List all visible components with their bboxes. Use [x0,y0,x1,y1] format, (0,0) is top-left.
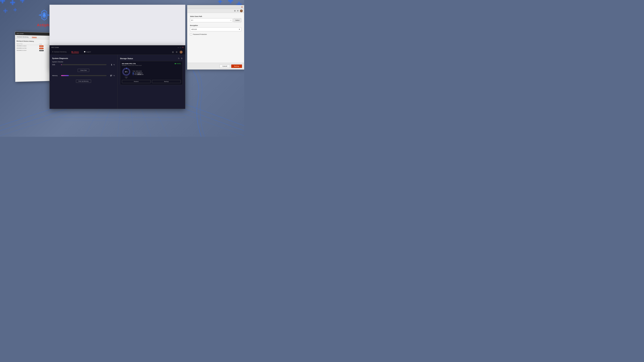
msi-main-body: System Diagnosis System Checker Disk 1 %… [50,55,185,109]
nav-right-icons: ⊞ ⚙ U [172,51,183,54]
backup-dialog-body: Select Save Path D:\ × Select Encryption… [187,13,244,40]
actiphy-icon [38,9,51,21]
disk-sub: EFM480.0 / PCIe 4.0 x4 / PCIe 4.0 x4 [122,65,142,66]
memory-progress-fill [61,75,69,76]
password-protection-label: Password Protection [193,33,207,35]
encryption-label: Encryption [190,25,241,26]
backup-select-button[interactable]: Select [234,18,241,22]
msi-bg-nav-hardware[interactable]: Hardware Monitoring [17,36,28,38]
msi-bg-nav-features[interactable]: Features [32,36,36,38]
disk-stats: Total: 1863.01GB Used 32.38 GB Free 1830… [133,70,181,75]
backup-dialog: × ⊞ ⚙ U Select Save Path D:\ × Select En… [187,5,244,69]
backup-nav-user-avatar[interactable]: U [240,9,243,12]
memory-section: Memory 17 % Free Up Memory [52,75,115,83]
disk-progress-row: Disk 1 % [52,64,115,66]
disk-progress-fill [61,64,62,65]
user-avatar[interactable]: U [180,51,183,54]
backup-nav-grid-icon[interactable]: ⊞ [234,10,236,12]
backup-cancel-button[interactable]: Cancel [220,64,230,68]
memory-value: 17 [108,75,112,77]
system-checker-label: System Checker [52,61,115,63]
free-up-memory-button[interactable]: Free Up Memory [76,80,91,83]
storage-status-panel: Storage Status ↻ ⬆ MSI M480 PRO 2TB EFM4… [118,55,185,109]
disk-unit: % [113,64,115,65]
msi-main-title: MSI Center [51,46,59,48]
free-stat: Free 1830.63 GB [134,74,144,75]
disk-action-row: Restore Backup [122,80,181,83]
disk-total: Total: 1863.01GB [133,70,181,72]
refresh-icon[interactable]: ↻ [178,57,180,60]
backup-path-clear-button[interactable]: × [230,19,231,21]
grid-icon[interactable]: ⊞ [172,51,174,53]
healthy-badge: Healthy [175,63,181,64]
clean-disk-button[interactable]: Clean Disk [78,69,89,72]
healthy-dot [175,63,176,64]
msi-main-nav: ⚙ Hardware Monitoring ▦ Features 💬 Suppo… [50,49,185,55]
cpu-icon: ⚙ [52,51,53,53]
backup-dialog-footer: Cancel Backup [187,63,244,69]
nav-features[interactable]: ▦ Features [72,51,79,53]
used-label: Used [125,76,128,78]
encryption-select[interactable]: AES128 ▼ [190,27,241,31]
memory-label: Memory [52,75,60,76]
disk-visual: 38°c Used 1% Total: 1863.01GB Used 32.38… [122,67,181,79]
password-protection-checkbox[interactable] [190,33,192,35]
storage-header: Storage Status ↻ ⬆ [120,57,183,60]
minimize-button[interactable]: — [178,46,179,48]
backup-confirm-button[interactable]: Backup [231,64,242,68]
close-button[interactable]: × [182,46,184,49]
memory-progress-bar [61,75,106,76]
storage-action-icons: ↻ ⬆ [178,57,183,60]
memory-progress-row: Memory 17 % [52,75,115,77]
backup-path-input[interactable]: D:\ × [190,18,232,22]
backup-path-row: D:\ × Select [190,18,241,22]
nav-hardware-monitoring[interactable]: ⚙ Hardware Monitoring [52,51,66,53]
disk-used-row: Used 32.38 GB [133,72,181,73]
encryption-value: AES128 [191,28,197,30]
used-percent: 1% [126,78,127,79]
healthy-label: Healthy [176,63,181,64]
backup-dialog-titlebar: × [187,5,244,9]
msi-main-titlebar: MSI Center — □ × [50,45,185,49]
support-icon: 💬 [84,51,86,53]
msi-bg-title: MSI Center [16,33,24,34]
password-protection-row: Password Protection [190,33,241,35]
settings-icon[interactable]: ⚙ [176,51,178,53]
used-stat: Used 32.38 GB [134,72,142,73]
system-diagnosis-panel: System Diagnosis System Checker Disk 1 %… [50,55,118,109]
features-icon: ▦ [72,51,73,52]
restore-button[interactable]: Restore [122,80,151,83]
donut-chart: 38°c [122,67,131,76]
nav-support[interactable]: 💬 Support [84,51,91,53]
disk-info-card: MSI M480 PRO 2TB EFM480.0 / PCIe 4.0 x4 … [120,61,183,85]
disk-temperature: 38°c [125,71,128,72]
chevron-down-icon: ▼ [239,28,240,30]
system-diagnosis-title: System Diagnosis [52,57,115,59]
memory-unit: % [113,75,115,76]
msi-bg-col-date: Date & Time [16,43,38,44]
used-dot [133,72,134,73]
disk-section: Disk 1 % Clean Disk [52,64,115,72]
disk-progress-bar [61,64,106,65]
disk-label: Disk [52,64,60,65]
free-dot [133,74,134,75]
storage-status-title: Storage Status [120,57,133,59]
backup-dialog-nav: ⊞ ⚙ U [187,9,244,13]
maximize-button[interactable]: □ [180,46,181,48]
backup-dialog-close-button[interactable]: × [241,6,243,8]
select-save-path-label: Select Save Path [190,15,241,17]
backup-path-value: D:\ [191,19,193,21]
msi-main-window-controls: — □ × [178,46,184,49]
disk-name: MSI M480 PRO 2TB [122,63,142,64]
backup-button[interactable]: Backup [152,80,181,83]
backup-nav-settings-icon[interactable]: ⚙ [237,10,239,12]
upload-icon[interactable]: ⬆ [181,57,183,60]
disk-value: 1 [108,64,112,66]
disk-free-row: Free 1830.63 GB [133,74,181,75]
msi-main-window: MSI Center — □ × ⚙ Hardware Monitoring ▦… [50,45,185,109]
